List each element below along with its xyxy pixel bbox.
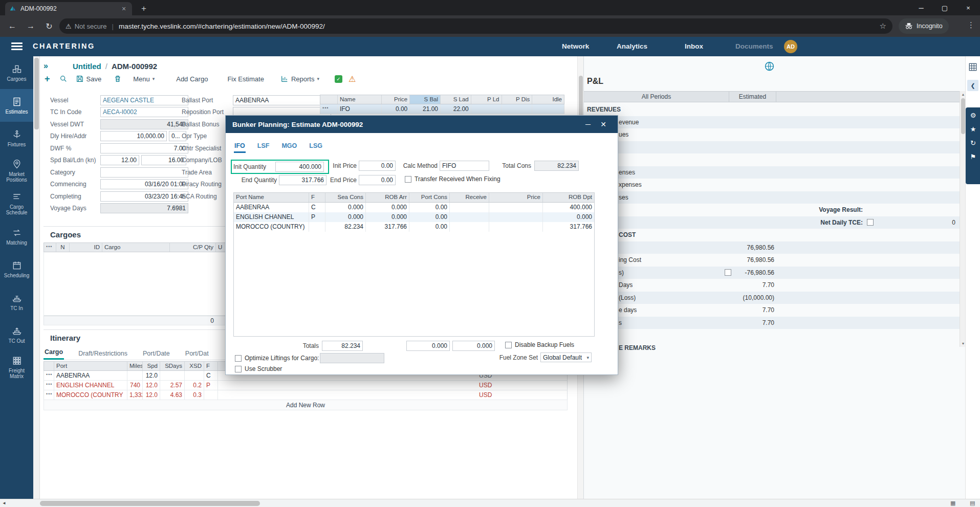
cell-miles[interactable]: 1,332 (127, 390, 143, 400)
tab-port-date-2[interactable]: Port/Dat (184, 350, 210, 360)
end-price-field[interactable]: 0.00 (359, 175, 396, 185)
add-button[interactable]: + (45, 74, 50, 84)
cell-rob-dpt[interactable]: 0.000 (543, 212, 594, 222)
search-button[interactable] (59, 75, 68, 83)
nav-item-analytics[interactable]: Analytics (617, 42, 647, 50)
pnl-col-estimated[interactable]: Estimated (729, 92, 776, 102)
add-cargo-button[interactable]: Add Cargo (176, 75, 208, 83)
itinerary-row[interactable]: ••• ENGLISH CHANNEL 740 12.0 2.57 0.2 P … (43, 381, 568, 390)
cell-spd[interactable]: 12.0 (143, 371, 160, 380)
cell-port-name[interactable]: MOROCCO (COUNTRY) (234, 222, 309, 232)
cell-port-cons[interactable]: 0.00 (409, 203, 450, 212)
sidebar-item-matching[interactable]: Matching (0, 220, 33, 253)
tab-close-icon[interactable]: × (120, 5, 128, 13)
init-price-field[interactable]: 0.00 (359, 161, 396, 171)
modal-minimize-icon[interactable]: ─ (580, 116, 596, 133)
cell-sea-cons[interactable]: 0.000 (325, 212, 366, 222)
nav-item-network[interactable]: Network (562, 42, 589, 50)
cell-port[interactable]: MOROCCO (COUNTRY (54, 390, 127, 400)
sidebar-item-freight-matrix[interactable]: Freight Matrix (0, 351, 33, 384)
status-valid-icon[interactable]: ✓ (335, 75, 342, 83)
optimize-liftings-option[interactable]: Optimize Liftings for Cargo: (235, 355, 319, 362)
pnl-col-all-periods[interactable]: All Periods (584, 92, 729, 102)
cell-receive[interactable] (450, 222, 489, 232)
fix-estimate-button[interactable]: Fix Estimate (227, 75, 264, 83)
window-maximize-button[interactable]: ▢ (933, 0, 956, 15)
user-avatar[interactable]: AD (784, 40, 797, 53)
disable-backup-checkbox[interactable] (505, 342, 512, 348)
modal-close-icon[interactable]: ✕ (596, 116, 611, 133)
cell-xsd[interactable]: 0.2 (185, 381, 204, 390)
cell-miles[interactable] (127, 371, 143, 380)
sidebar-item-estimates[interactable]: Estimates (0, 89, 33, 122)
delete-button[interactable] (114, 75, 122, 83)
tab-port-date[interactable]: Port/Date (142, 350, 171, 360)
sidebar-item-cargo-schedule[interactable]: Cargo Schedule (0, 187, 33, 220)
cell-f[interactable] (204, 390, 218, 400)
cell-name[interactable]: IFO (338, 104, 382, 114)
transfer-received-option[interactable]: Transfer Received When Fixing (405, 175, 500, 183)
cell-rob-arr[interactable]: 317.766 (366, 222, 409, 232)
bottom-list-icon[interactable]: ▤ (970, 500, 975, 506)
reports-button[interactable]: Reports ▾ (280, 75, 319, 83)
dwf-field[interactable]: 7.00 (100, 143, 188, 153)
bottom-grid-icon[interactable]: ▦ (950, 500, 955, 506)
tc-in-code-field[interactable]: AECA-I0002 (100, 107, 188, 117)
cell-sdays[interactable] (160, 371, 185, 380)
category-field[interactable] (100, 167, 188, 178)
bunker-grid-row[interactable]: ENGLISH CHANNEL P 0.000 0.000 0.00 0.000 (234, 212, 594, 222)
sidebar-item-tc-in[interactable]: TC In (0, 285, 33, 318)
tab-lsf[interactable]: LSF (257, 142, 270, 153)
hamburger-menu-icon[interactable] (11, 42, 23, 51)
sidebar-item-cargoes[interactable]: Cargoes (0, 56, 33, 89)
disable-backup-option[interactable]: Disable Backup Fuels (505, 341, 574, 348)
hscroll-thumb[interactable] (40, 501, 260, 506)
spd-ballast-field[interactable]: 12.00 (100, 155, 139, 165)
cell-f[interactable]: C (309, 203, 325, 212)
cell-f[interactable]: C (204, 371, 218, 380)
cell-rob-dpt[interactable]: 317.766 (543, 222, 594, 232)
cell-receive[interactable] (450, 203, 489, 212)
save-button[interactable]: Save (76, 75, 102, 83)
fuel-grid-row-ifo[interactable]: ••• IFO 0.00 21.00 22.00 (320, 104, 564, 114)
menu-button[interactable]: Menu ▾ (133, 75, 155, 83)
cell-price[interactable]: 0.00 (382, 104, 410, 114)
warning-icon[interactable]: ⚠ (349, 74, 356, 84)
globe-icon[interactable] (764, 61, 775, 72)
cell-spd[interactable]: 12.0 (143, 381, 160, 390)
scroll-left-icon[interactable]: ◄ (2, 501, 6, 505)
row-menu-icon[interactable]: ••• (320, 104, 338, 114)
tab-mgo[interactable]: MGO (281, 142, 297, 153)
add-new-row-button[interactable]: Add New Row (43, 400, 568, 410)
fuel-zone-select[interactable]: Global Default ▾ (540, 352, 592, 362)
cell-port-name[interactable]: AABENRAA (234, 203, 309, 212)
cell-rob-dpt[interactable]: 400.000 (543, 203, 594, 212)
cell-sea-cons[interactable]: 0.000 (325, 203, 366, 212)
spd-laden-field[interactable]: 16.00 (141, 155, 186, 165)
optimize-cargo-field[interactable] (320, 353, 384, 363)
daily-hire-field[interactable]: 10,000.00 (100, 131, 167, 141)
star-icon[interactable]: ★ (970, 125, 976, 133)
modal-header[interactable]: Bunker Planning: Estimate ADM-000992 ─ ✕ (226, 116, 618, 133)
pnl-row-checkbox[interactable] (725, 269, 731, 276)
collapse-panel-icon[interactable]: ❮ (967, 80, 978, 91)
refresh-button[interactable]: ↻ (42, 19, 56, 33)
breadcrumb-page[interactable]: Untitled (73, 62, 101, 71)
header-menu-icon[interactable]: ••• (44, 243, 56, 252)
cell-f[interactable]: P (309, 212, 325, 222)
cell-rob-arr[interactable]: 0.000 (366, 203, 409, 212)
gear-icon[interactable]: ⚙ (970, 112, 976, 119)
tab-lsg[interactable]: LSG (309, 142, 323, 153)
cell-currency[interactable]: USD (477, 390, 509, 400)
completing-field[interactable]: 03/23/20 16:45 (100, 191, 188, 202)
cell-price[interactable] (489, 222, 543, 232)
cell-xsd[interactable] (185, 371, 204, 380)
expand-panel-icon[interactable]: » (43, 61, 48, 71)
cell-xsd[interactable]: 0.3 (185, 390, 204, 400)
browser-menu-icon[interactable]: ⋮ (967, 20, 975, 30)
sidebar-item-tc-out[interactable]: TC Out (0, 318, 33, 351)
layout-grid-icon[interactable] (968, 62, 977, 72)
forward-button[interactable]: → (24, 19, 38, 33)
cell-price[interactable] (489, 212, 543, 222)
init-quantity-field[interactable]: 400.000 (275, 162, 324, 172)
